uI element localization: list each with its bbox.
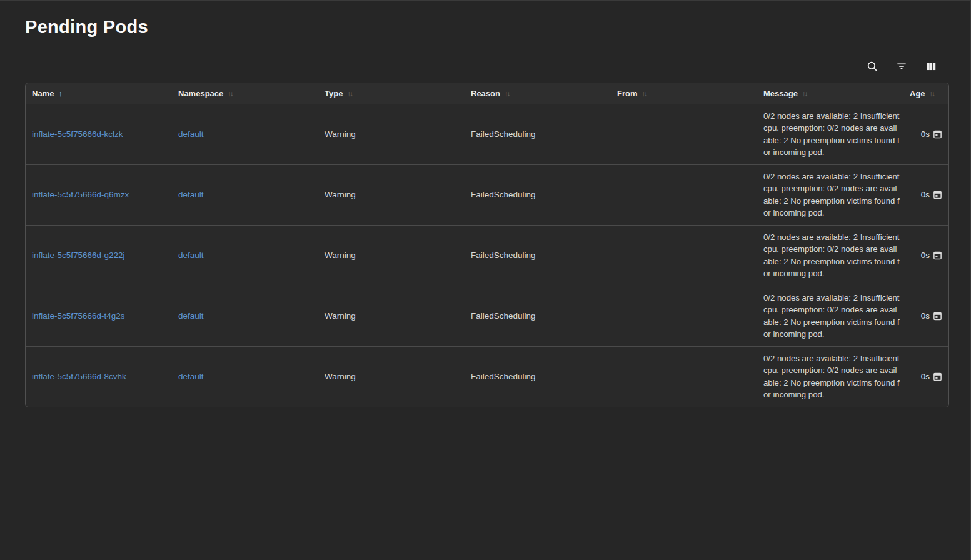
cell-reason: FailedScheduling <box>465 286 611 346</box>
cell-from <box>611 346 757 407</box>
message-text: 0/2 nodes are available: 2 Insufficient … <box>763 110 901 159</box>
calendar-icon <box>933 372 942 381</box>
column-header-namespace[interactable]: Namespace↑↓ <box>172 83 318 104</box>
namespace-link[interactable]: default <box>178 311 204 321</box>
message-text: 0/2 nodes are available: 2 Insufficient … <box>763 352 901 401</box>
cell-type: Warning <box>318 346 465 407</box>
sort-arrow-up-icon: ↑ <box>58 89 63 98</box>
cell-age: 0s <box>903 225 948 286</box>
sort-arrows-icon: ↑↓ <box>642 90 647 98</box>
cell-message: 0/2 nodes are available: 2 Insufficient … <box>757 104 903 164</box>
table-row: inflate-5c5f75666d-q6mzx default Warning… <box>26 164 948 225</box>
column-header-label: Message <box>763 89 798 98</box>
age-value: 0s <box>921 251 930 260</box>
search-icon <box>866 60 879 73</box>
column-header-label: Namespace <box>178 89 223 98</box>
calendar-icon <box>933 190 942 199</box>
cell-namespace: default <box>172 286 318 346</box>
cell-reason: FailedScheduling <box>465 104 611 164</box>
cell-age: 0s <box>903 164 948 225</box>
age-value: 0s <box>921 190 930 199</box>
cell-age: 0s <box>903 346 948 407</box>
age-value: 0s <box>921 372 930 381</box>
cell-type: Warning <box>318 104 465 164</box>
pod-name-link[interactable]: inflate-5c5f75666d-q6mzx <box>32 190 129 199</box>
cell-from <box>611 225 757 286</box>
table-toolbar <box>0 59 939 74</box>
sort-arrows-icon: ↑↓ <box>505 90 510 98</box>
filter-button[interactable] <box>893 58 910 74</box>
table-row: inflate-5c5f75666d-t4g2s default Warning… <box>26 286 948 346</box>
cell-namespace: default <box>172 164 318 225</box>
namespace-link[interactable]: default <box>178 372 204 381</box>
cell-namespace: default <box>172 346 318 407</box>
namespace-link[interactable]: default <box>178 190 204 199</box>
table-header-row: Name↑ Namespace↑↓ Type↑↓ Reason↑↓ From↑↓… <box>26 83 948 104</box>
columns-icon <box>925 61 937 72</box>
column-header-label: Age <box>910 89 925 98</box>
pod-name-link[interactable]: inflate-5c5f75666d-t4g2s <box>32 311 125 321</box>
cell-namespace: default <box>172 225 318 286</box>
table-row: inflate-5c5f75666d-g222j default Warning… <box>26 225 948 286</box>
sort-arrows-icon: ↑↓ <box>802 90 807 98</box>
column-header-message[interactable]: Message↑↓ <box>757 83 903 104</box>
namespace-link[interactable]: default <box>178 251 204 260</box>
cell-name: inflate-5c5f75666d-g222j <box>26 225 172 286</box>
pod-name-link[interactable]: inflate-5c5f75666d-g222j <box>32 251 125 260</box>
cell-name: inflate-5c5f75666d-kclzk <box>26 104 172 164</box>
pending-pods-table: Name↑ Namespace↑↓ Type↑↓ Reason↑↓ From↑↓… <box>25 82 949 408</box>
message-text: 0/2 nodes are available: 2 Insufficient … <box>763 292 901 341</box>
cell-from <box>611 104 757 164</box>
cell-reason: FailedScheduling <box>465 225 611 286</box>
column-header-reason[interactable]: Reason↑↓ <box>465 83 611 104</box>
cell-message: 0/2 nodes are available: 2 Insufficient … <box>757 164 903 225</box>
sort-arrows-icon: ↑↓ <box>228 90 233 98</box>
cell-reason: FailedScheduling <box>465 346 611 407</box>
sort-arrows-icon: ↑↓ <box>930 90 935 98</box>
page-top-edge <box>0 0 971 1</box>
calendar-icon <box>933 311 942 321</box>
column-header-name[interactable]: Name↑ <box>26 83 172 104</box>
cell-type: Warning <box>318 164 465 225</box>
message-text: 0/2 nodes are available: 2 Insufficient … <box>763 231 901 280</box>
column-header-from[interactable]: From↑↓ <box>611 83 757 104</box>
cell-namespace: default <box>172 104 318 164</box>
age-value: 0s <box>921 311 930 321</box>
cell-type: Warning <box>318 286 465 346</box>
table-row: inflate-5c5f75666d-8cvhk default Warning… <box>26 346 948 407</box>
column-header-label: Type <box>325 89 343 98</box>
filter-icon <box>895 60 908 72</box>
column-header-label: From <box>617 89 638 98</box>
column-header-label: Name <box>32 89 54 98</box>
pod-name-link[interactable]: inflate-5c5f75666d-kclzk <box>32 129 123 139</box>
cell-message: 0/2 nodes are available: 2 Insufficient … <box>757 286 903 346</box>
cell-type: Warning <box>318 225 465 286</box>
calendar-icon <box>933 129 942 139</box>
cell-message: 0/2 nodes are available: 2 Insufficient … <box>757 225 903 286</box>
column-header-type[interactable]: Type↑↓ <box>318 83 465 104</box>
cell-reason: FailedScheduling <box>465 164 611 225</box>
table-row: inflate-5c5f75666d-kclzk default Warning… <box>26 104 948 164</box>
calendar-icon <box>933 251 942 260</box>
cell-age: 0s <box>903 104 948 164</box>
column-header-age[interactable]: Age↑↓ <box>903 83 948 104</box>
page-title: Pending Pods <box>25 16 971 38</box>
cell-name: inflate-5c5f75666d-8cvhk <box>26 346 172 407</box>
cell-name: inflate-5c5f75666d-t4g2s <box>26 286 172 346</box>
cell-from <box>611 286 757 346</box>
cell-message: 0/2 nodes are available: 2 Insufficient … <box>757 346 903 407</box>
pod-name-link[interactable]: inflate-5c5f75666d-8cvhk <box>32 372 126 381</box>
sort-arrows-icon: ↑↓ <box>347 90 352 98</box>
cell-from <box>611 164 757 225</box>
namespace-link[interactable]: default <box>178 129 204 139</box>
cell-name: inflate-5c5f75666d-q6mzx <box>26 164 172 225</box>
column-header-label: Reason <box>471 89 500 98</box>
search-button[interactable] <box>864 58 880 74</box>
age-value: 0s <box>921 129 930 139</box>
cell-age: 0s <box>903 286 948 346</box>
message-text: 0/2 nodes are available: 2 Insufficient … <box>763 171 901 219</box>
columns-button[interactable] <box>923 58 939 74</box>
